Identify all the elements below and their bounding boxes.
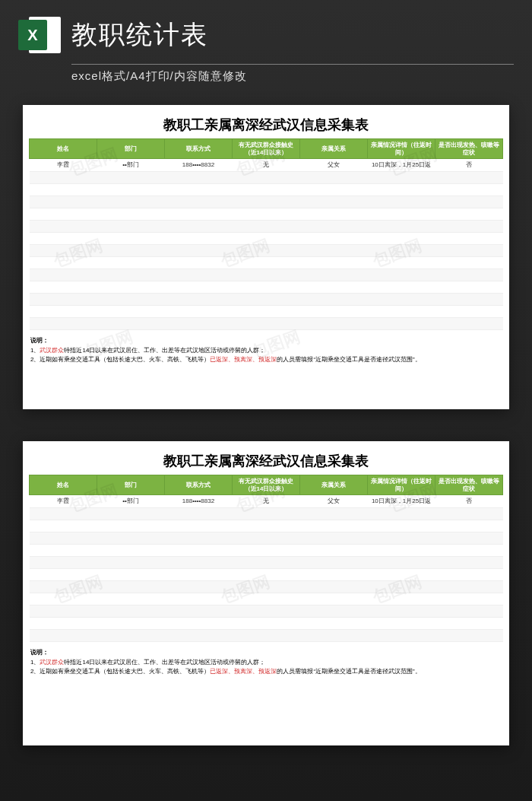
table-row bbox=[30, 507, 503, 520]
cell-dept: ••部门 bbox=[97, 495, 165, 508]
sheet-preview-1: 包图网 包图网 包图网 包图网 包图网 包图网 包图网 包图网 教职工亲属离深经… bbox=[23, 105, 509, 409]
table-row bbox=[30, 580, 503, 593]
table-row bbox=[30, 544, 503, 556]
table-row bbox=[30, 269, 503, 281]
main-title: 教职统计表 bbox=[71, 17, 514, 52]
note2-prefix: 2、近期如有乘坐交通工具（包括长途大巴、火车、高铁、飞机等） bbox=[30, 668, 210, 675]
table-row bbox=[30, 605, 503, 617]
table-row bbox=[30, 293, 503, 305]
col-relation: 亲属关系 bbox=[300, 475, 368, 495]
col-detail: 亲属情况详情（往返时间） bbox=[368, 139, 435, 159]
col-symptom: 是否出现发热、咳嗽等症状 bbox=[435, 139, 503, 159]
notes-block: 说明： 1、武汉群众特指近14日以来在武汉居住、工作、出差等在武汉地区活动或停留… bbox=[29, 336, 503, 365]
cell-detail: 10日离深，1月25日返 bbox=[368, 495, 435, 508]
col-name: 姓名 bbox=[30, 139, 97, 159]
col-dept: 部门 bbox=[97, 475, 165, 495]
table-row bbox=[30, 593, 503, 605]
sub-title: excel格式/A4打印/内容随意修改 bbox=[71, 69, 514, 84]
cell-relation: 父女 bbox=[300, 495, 368, 508]
table-row bbox=[30, 195, 503, 208]
table-row bbox=[30, 281, 503, 293]
table-row bbox=[30, 629, 503, 641]
sheet-title: 教职工亲属离深经武汉信息采集表 bbox=[29, 449, 503, 475]
sheet-title: 教职工亲属离深经武汉信息采集表 bbox=[29, 113, 503, 138]
note2-prefix: 2、近期如有乘坐交通工具（包括长途大巴、火车、高铁、飞机等） bbox=[30, 356, 210, 363]
table-row: 李霞 ••部门 188••••8832 无 父女 10日离深，1月25日返 否 bbox=[30, 495, 503, 508]
cell-detail: 10日离深，1月25日返 bbox=[368, 159, 435, 172]
cell-contact: 无 bbox=[233, 495, 300, 508]
col-phone: 联系方式 bbox=[165, 139, 233, 159]
excel-icon-letter: X bbox=[18, 20, 47, 50]
table-row bbox=[30, 232, 503, 244]
col-detail: 亲属情况详情（往返时间） bbox=[368, 475, 435, 495]
table-row bbox=[30, 208, 503, 220]
cell-relation: 父女 bbox=[300, 159, 368, 172]
note1-rest: 特指近14日以来在武汉居住、工作、出差等在武汉地区活动或停留的人群； bbox=[64, 659, 265, 666]
page-header: X 教职统计表 bbox=[0, 0, 532, 61]
table-row bbox=[30, 171, 503, 183]
table-row bbox=[30, 532, 503, 544]
notes-label: 说明： bbox=[30, 649, 49, 656]
cell-symptom: 否 bbox=[435, 159, 503, 172]
table-row bbox=[30, 520, 503, 532]
note2-rest: 的人员需填报“近期乘坐交通工具是否途径武汉范围”。 bbox=[277, 356, 420, 363]
col-contact: 有无武汉群众接触史（近14日以来） bbox=[233, 475, 300, 495]
table-row bbox=[30, 305, 503, 317]
col-relation: 亲属关系 bbox=[300, 139, 368, 159]
note1-prefix: 1、 bbox=[30, 659, 40, 666]
note1-prefix: 1、 bbox=[30, 347, 40, 354]
data-table: 姓名 部门 联系方式 有无武汉群众接触史（近14日以来） 亲属关系 亲属情况详情… bbox=[29, 138, 503, 330]
table-row bbox=[30, 617, 503, 629]
cell-dept: ••部门 bbox=[97, 159, 165, 172]
table-row: 李霞 ••部门 188••••8832 无 父女 10日离深，1月25日返 否 bbox=[30, 159, 503, 172]
cell-phone: 188••••8832 bbox=[165, 159, 233, 172]
note1-rest: 特指近14日以来在武汉居住、工作、出差等在武汉地区活动或停留的人群； bbox=[64, 347, 265, 354]
note1-red: 武汉群众 bbox=[40, 659, 64, 666]
col-phone: 联系方式 bbox=[165, 475, 233, 495]
subtitle-divider: excel格式/A4打印/内容随意修改 bbox=[71, 64, 514, 84]
table-header-row: 姓名 部门 联系方式 有无武汉群众接触史（近14日以来） 亲属关系 亲属情况详情… bbox=[30, 139, 503, 159]
note2-red: 已返深、预离深、预返深 bbox=[210, 668, 277, 675]
notes-label: 说明： bbox=[30, 337, 49, 344]
table-row bbox=[30, 256, 503, 269]
table-row bbox=[30, 317, 503, 329]
table-row bbox=[30, 568, 503, 580]
table-row bbox=[30, 244, 503, 256]
table-header-row: 姓名 部门 联系方式 有无武汉群众接触史（近14日以来） 亲属关系 亲属情况详情… bbox=[30, 475, 503, 495]
cell-contact: 无 bbox=[233, 159, 300, 172]
sheet-preview-2: 包图网 包图网 包图网 包图网 包图网 包图网 教职工亲属离深经武汉信息采集表 … bbox=[23, 441, 509, 745]
table-row bbox=[30, 183, 503, 195]
col-contact: 有无武汉群众接触史（近14日以来） bbox=[233, 139, 300, 159]
data-table: 姓名 部门 联系方式 有无武汉群众接触史（近14日以来） 亲属关系 亲属情况详情… bbox=[29, 475, 503, 642]
cell-symptom: 否 bbox=[435, 495, 503, 508]
notes-block: 说明： 1、武汉群众特指近14日以来在武汉居住、工作、出差等在武汉地区活动或停留… bbox=[29, 648, 503, 677]
preview-area: 包图网 包图网 包图网 包图网 包图网 包图网 包图网 包图网 教职工亲属离深经… bbox=[0, 84, 532, 761]
excel-icon: X bbox=[18, 14, 61, 56]
cell-phone: 188••••8832 bbox=[165, 495, 233, 508]
col-dept: 部门 bbox=[97, 139, 165, 159]
cell-name: 李霞 bbox=[30, 159, 97, 172]
cell-name: 李霞 bbox=[30, 495, 97, 508]
note2-rest: 的人员需填报“近期乘坐交通工具是否途径武汉范围”。 bbox=[277, 668, 420, 675]
col-name: 姓名 bbox=[30, 475, 97, 495]
note2-red: 已返深、预离深、预返深 bbox=[210, 356, 277, 363]
col-symptom: 是否出现发热、咳嗽等症状 bbox=[435, 475, 503, 495]
table-row bbox=[30, 220, 503, 232]
note1-red: 武汉群众 bbox=[40, 347, 64, 354]
table-row bbox=[30, 556, 503, 568]
